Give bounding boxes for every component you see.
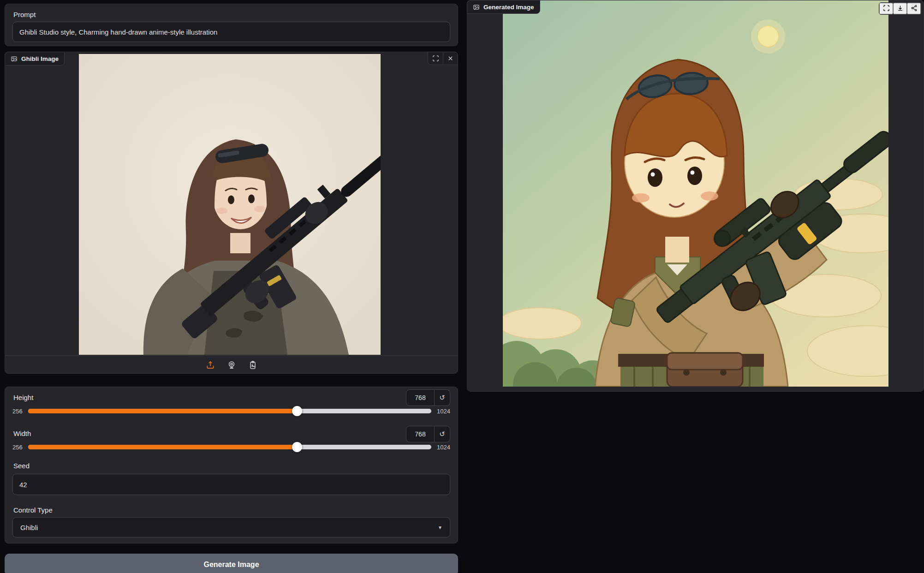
output-fullscreen-button[interactable]	[879, 3, 893, 14]
height-label: Height	[13, 394, 33, 401]
image-icon	[473, 4, 480, 11]
download-button[interactable]	[893, 3, 907, 14]
control-type-dropdown[interactable]: Ghibli ▼	[12, 517, 450, 537]
image-icon	[11, 55, 18, 62]
height-slider-track[interactable]	[28, 409, 431, 413]
control-type-label: Control Type	[13, 506, 53, 514]
width-label: Width	[13, 430, 31, 437]
height-slider: 256 1024	[12, 406, 450, 417]
width-min-label: 256	[12, 444, 23, 451]
clipboard-paste-icon	[248, 360, 257, 370]
seed-label: Seed	[13, 462, 30, 470]
image-corner-buttons	[428, 52, 458, 65]
share-button[interactable]	[907, 3, 921, 14]
height-slider-fill	[28, 409, 297, 413]
input-image-label: Ghibli Image	[21, 55, 59, 62]
output-image-label: Generated Image	[483, 4, 534, 11]
image-toolbar	[5, 355, 458, 374]
height-reset-button[interactable]: ↺	[435, 389, 450, 406]
output-image-chip: Generated Image	[467, 0, 540, 14]
width-slider-handle[interactable]	[292, 442, 302, 452]
controls-panel: Height ↺ 256 1024 Width ↺ 256	[5, 387, 458, 543]
fullscreen-icon	[432, 55, 439, 62]
prompt-input[interactable]	[12, 22, 450, 42]
share-icon	[911, 5, 918, 12]
reset-icon: ↺	[439, 394, 445, 401]
generate-button[interactable]: Generate Image	[5, 554, 458, 573]
close-icon	[447, 55, 454, 62]
height-number-group: ↺	[406, 389, 450, 406]
prompt-label: Prompt	[13, 11, 36, 18]
generated-illustration	[503, 0, 888, 387]
prompt-panel: Prompt	[5, 4, 458, 46]
dropdown-caret-icon: ▼	[438, 525, 442, 530]
height-max-label: 1024	[437, 408, 450, 415]
webcam-icon	[227, 360, 236, 370]
height-min-label: 256	[12, 408, 23, 415]
fullscreen-button[interactable]	[428, 52, 443, 65]
seed-input[interactable]	[12, 474, 450, 495]
input-image-chip: Ghibli Image	[5, 52, 65, 66]
height-slider-handle[interactable]	[292, 406, 302, 416]
width-slider-fill	[28, 445, 297, 449]
upload-icon	[206, 360, 215, 370]
paste-button[interactable]	[247, 359, 259, 371]
clear-image-button[interactable]	[443, 52, 458, 65]
width-number-group: ↺	[406, 426, 450, 442]
upload-button[interactable]	[204, 359, 216, 371]
download-icon	[897, 5, 904, 12]
reset-icon: ↺	[439, 430, 445, 438]
output-image-panel: Generated Image	[467, 0, 924, 392]
output-icon-bar	[879, 2, 921, 15]
app-root: Prompt Ghibli Image	[0, 0, 924, 573]
width-slider: 256 1024	[12, 442, 450, 453]
input-photo[interactable]	[79, 54, 381, 355]
width-reset-button[interactable]: ↺	[435, 426, 450, 442]
height-number-input[interactable]	[406, 389, 435, 406]
width-slider-track[interactable]	[28, 445, 431, 449]
webcam-button[interactable]	[226, 359, 238, 371]
width-max-label: 1024	[437, 444, 450, 451]
input-image-panel: Ghibli Image	[5, 52, 458, 374]
control-type-value: Ghibli	[20, 524, 38, 531]
width-number-input[interactable]	[406, 426, 435, 442]
fullscreen-icon	[883, 5, 890, 12]
